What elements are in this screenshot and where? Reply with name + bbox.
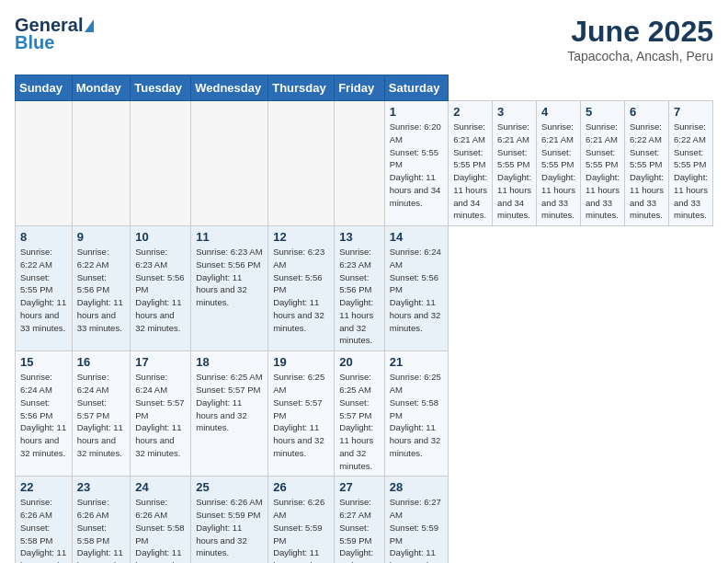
calendar-cell xyxy=(72,101,131,226)
day-info: Sunrise: 6:23 AMSunset: 5:56 PMDaylight:… xyxy=(196,246,263,309)
calendar-cell: 18Sunrise: 6:25 AMSunset: 5:57 PMDayligh… xyxy=(191,351,268,477)
calendar-cell: 21Sunrise: 6:25 AMSunset: 5:58 PMDayligh… xyxy=(384,351,448,477)
logo: General Blue xyxy=(15,15,94,53)
day-info: Sunrise: 6:23 AMSunset: 5:56 PMDaylight:… xyxy=(135,246,186,334)
day-info: Sunrise: 6:22 AMSunset: 5:56 PMDaylight:… xyxy=(77,246,126,334)
day-number: 8 xyxy=(20,230,67,244)
week-row-2: 8Sunrise: 6:22 AMSunset: 5:55 PMDaylight… xyxy=(16,226,713,351)
day-number: 23 xyxy=(77,480,126,494)
day-info: Sunrise: 6:21 AMSunset: 5:55 PMDaylight:… xyxy=(453,121,487,222)
day-number: 19 xyxy=(273,355,329,369)
day-info: Sunrise: 6:22 AMSunset: 5:55 PMDaylight:… xyxy=(20,246,67,334)
calendar-cell: 14Sunrise: 6:24 AMSunset: 5:56 PMDayligh… xyxy=(384,226,448,351)
day-number: 3 xyxy=(497,105,531,119)
calendar-cell: 23Sunrise: 6:26 AMSunset: 5:58 PMDayligh… xyxy=(72,477,131,563)
day-header-saturday: Saturday xyxy=(384,75,448,101)
day-number: 5 xyxy=(586,105,620,119)
calendar-cell xyxy=(131,101,191,226)
day-number: 6 xyxy=(630,105,664,119)
calendar-cell xyxy=(191,101,268,226)
day-number: 24 xyxy=(135,480,186,494)
title-block: June 2025 Tapacocha, Ancash, Peru xyxy=(567,15,713,63)
day-info: Sunrise: 6:26 AMSunset: 5:59 PMDaylight:… xyxy=(273,496,329,563)
day-header-wednesday: Wednesday xyxy=(191,75,268,101)
day-info: Sunrise: 6:20 AMSunset: 5:55 PMDaylight:… xyxy=(390,121,443,209)
day-number: 9 xyxy=(77,230,126,244)
day-info: Sunrise: 6:24 AMSunset: 5:56 PMDaylight:… xyxy=(390,246,443,334)
day-number: 17 xyxy=(135,355,186,369)
day-number: 14 xyxy=(390,230,443,244)
calendar-cell: 16Sunrise: 6:24 AMSunset: 5:57 PMDayligh… xyxy=(72,351,131,477)
day-number: 13 xyxy=(339,230,380,244)
logo-blue: Blue xyxy=(15,32,54,53)
calendar-cell: 26Sunrise: 6:26 AMSunset: 5:59 PMDayligh… xyxy=(268,477,335,563)
day-info: Sunrise: 6:26 AMSunset: 5:58 PMDaylight:… xyxy=(20,496,67,563)
calendar-cell: 1Sunrise: 6:20 AMSunset: 5:55 PMDaylight… xyxy=(384,101,448,226)
month-title: June 2025 xyxy=(567,15,713,49)
calendar-cell: 10Sunrise: 6:23 AMSunset: 5:56 PMDayligh… xyxy=(131,226,191,351)
day-number: 25 xyxy=(196,480,263,494)
day-number: 1 xyxy=(390,105,443,119)
calendar-table: SundayMondayTuesdayWednesdayThursdayFrid… xyxy=(15,75,713,563)
day-number: 2 xyxy=(453,105,487,119)
day-header-thursday: Thursday xyxy=(268,75,335,101)
day-number: 12 xyxy=(273,230,329,244)
day-header-tuesday: Tuesday xyxy=(131,75,191,101)
day-number: 22 xyxy=(20,480,67,494)
calendar-cell: 25Sunrise: 6:26 AMSunset: 5:59 PMDayligh… xyxy=(191,477,268,563)
day-number: 15 xyxy=(20,355,67,369)
day-info: Sunrise: 6:21 AMSunset: 5:55 PMDaylight:… xyxy=(541,121,575,222)
day-number: 21 xyxy=(390,355,443,369)
day-number: 27 xyxy=(339,480,380,494)
calendar-cell: 22Sunrise: 6:26 AMSunset: 5:58 PMDayligh… xyxy=(16,477,73,563)
calendar-cell: 17Sunrise: 6:24 AMSunset: 5:57 PMDayligh… xyxy=(131,351,191,477)
calendar-cell xyxy=(268,101,335,226)
calendar-cell xyxy=(16,101,73,226)
calendar-cell: 8Sunrise: 6:22 AMSunset: 5:55 PMDaylight… xyxy=(16,226,73,351)
calendar-cell: 19Sunrise: 6:25 AMSunset: 5:57 PMDayligh… xyxy=(268,351,335,477)
calendar-cell: 2Sunrise: 6:21 AMSunset: 5:55 PMDaylight… xyxy=(449,101,493,226)
day-info: Sunrise: 6:21 AMSunset: 5:55 PMDaylight:… xyxy=(497,121,531,222)
day-info: Sunrise: 6:25 AMSunset: 5:57 PMDaylight:… xyxy=(339,371,380,472)
day-header-sunday: Sunday xyxy=(16,75,73,101)
day-info: Sunrise: 6:23 AMSunset: 5:56 PMDaylight:… xyxy=(273,246,329,334)
day-info: Sunrise: 6:26 AMSunset: 5:59 PMDaylight:… xyxy=(196,496,263,559)
day-number: 4 xyxy=(541,105,575,119)
day-info: Sunrise: 6:24 AMSunset: 5:57 PMDaylight:… xyxy=(77,371,126,459)
day-info: Sunrise: 6:26 AMSunset: 5:58 PMDaylight:… xyxy=(135,496,186,563)
calendar-cell: 12Sunrise: 6:23 AMSunset: 5:56 PMDayligh… xyxy=(268,226,335,351)
day-info: Sunrise: 6:24 AMSunset: 5:57 PMDaylight:… xyxy=(135,371,186,459)
day-number: 16 xyxy=(77,355,126,369)
day-header-friday: Friday xyxy=(335,75,385,101)
calendar-cell: 11Sunrise: 6:23 AMSunset: 5:56 PMDayligh… xyxy=(191,226,268,351)
calendar-cell: 6Sunrise: 6:22 AMSunset: 5:55 PMDaylight… xyxy=(625,101,669,226)
calendar-cell: 13Sunrise: 6:23 AMSunset: 5:56 PMDayligh… xyxy=(335,226,385,351)
day-info: Sunrise: 6:22 AMSunset: 5:55 PMDaylight:… xyxy=(630,121,664,222)
calendar-cell: 9Sunrise: 6:22 AMSunset: 5:56 PMDaylight… xyxy=(72,226,131,351)
page-header: General Blue June 2025 Tapacocha, Ancash… xyxy=(15,15,713,63)
day-number: 26 xyxy=(273,480,329,494)
calendar-cell xyxy=(335,101,385,226)
calendar-cell: 24Sunrise: 6:26 AMSunset: 5:58 PMDayligh… xyxy=(131,477,191,563)
calendar-cell: 27Sunrise: 6:27 AMSunset: 5:59 PMDayligh… xyxy=(335,477,385,563)
calendar-cell: 20Sunrise: 6:25 AMSunset: 5:57 PMDayligh… xyxy=(335,351,385,477)
day-info: Sunrise: 6:23 AMSunset: 5:56 PMDaylight:… xyxy=(339,246,380,347)
day-info: Sunrise: 6:25 AMSunset: 5:57 PMDaylight:… xyxy=(273,371,329,459)
day-number: 11 xyxy=(196,230,263,244)
day-number: 20 xyxy=(339,355,380,369)
day-number: 10 xyxy=(135,230,186,244)
day-number: 7 xyxy=(674,105,708,119)
day-info: Sunrise: 6:25 AMSunset: 5:57 PMDaylight:… xyxy=(196,371,263,434)
day-info: Sunrise: 6:21 AMSunset: 5:55 PMDaylight:… xyxy=(586,121,620,222)
week-row-4: 22Sunrise: 6:26 AMSunset: 5:58 PMDayligh… xyxy=(16,477,713,563)
day-info: Sunrise: 6:27 AMSunset: 5:59 PMDaylight:… xyxy=(390,496,443,563)
day-number: 28 xyxy=(390,480,443,494)
day-number: 18 xyxy=(196,355,263,369)
days-header-row: SundayMondayTuesdayWednesdayThursdayFrid… xyxy=(16,75,713,101)
calendar-cell: 4Sunrise: 6:21 AMSunset: 5:55 PMDaylight… xyxy=(537,101,581,226)
day-info: Sunrise: 6:22 AMSunset: 5:55 PMDaylight:… xyxy=(674,121,708,222)
calendar-cell: 7Sunrise: 6:22 AMSunset: 5:55 PMDaylight… xyxy=(668,101,712,226)
calendar-cell: 3Sunrise: 6:21 AMSunset: 5:55 PMDaylight… xyxy=(493,101,537,226)
day-info: Sunrise: 6:26 AMSunset: 5:58 PMDaylight:… xyxy=(77,496,126,563)
week-row-1: 1Sunrise: 6:20 AMSunset: 5:55 PMDaylight… xyxy=(16,101,713,226)
